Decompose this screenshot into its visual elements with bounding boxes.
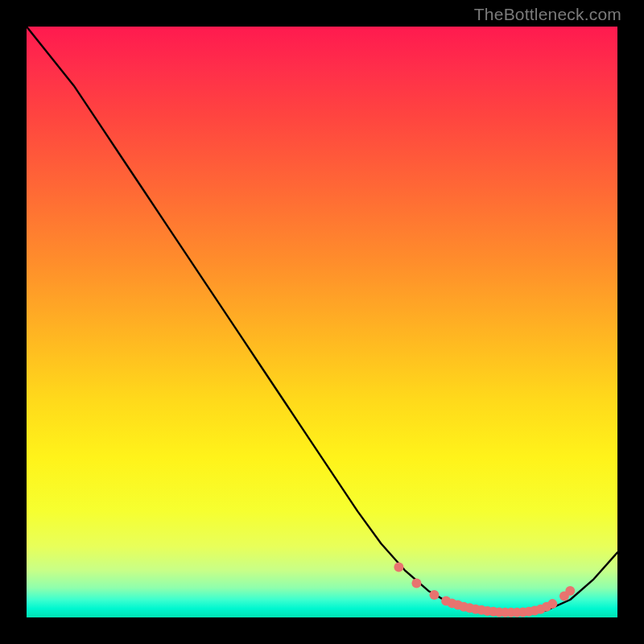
line-overlay [27, 27, 617, 617]
marker-group [394, 563, 575, 617]
curve-path-group [27, 27, 617, 614]
marker-dot [547, 599, 557, 609]
marker-dot [394, 563, 403, 572]
marker-dot [429, 590, 439, 600]
marker-dot [411, 578, 421, 588]
marker-dot [565, 586, 575, 596]
plot-area [27, 27, 617, 617]
curve-path [27, 27, 617, 614]
watermark-text: TheBottleneck.com [474, 5, 621, 24]
chart-stage: TheBottleneck.com [0, 0, 644, 644]
